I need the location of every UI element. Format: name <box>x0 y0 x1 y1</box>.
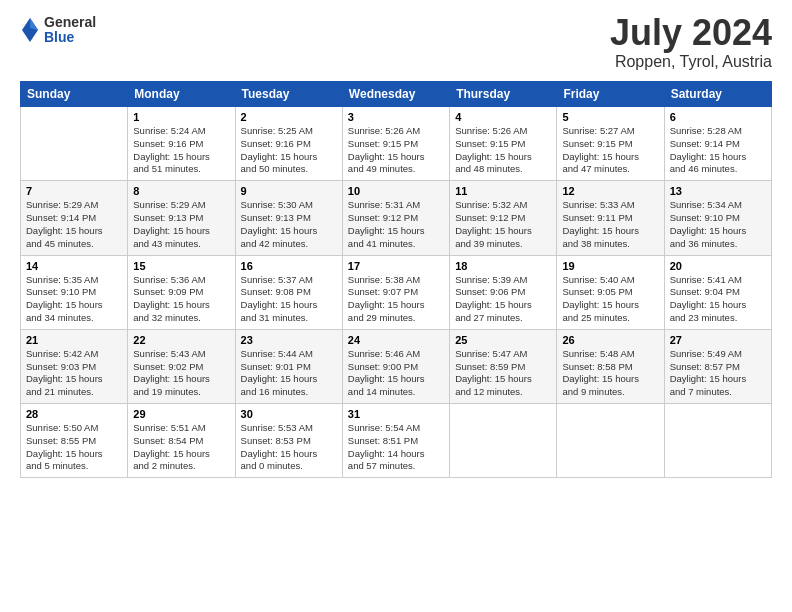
day-number: 4 <box>455 111 551 123</box>
day-number: 20 <box>670 260 766 272</box>
day-number: 21 <box>26 334 122 346</box>
svg-marker-1 <box>30 18 38 30</box>
logo-text: General Blue <box>44 15 96 46</box>
day-info: Sunrise: 5:25 AM Sunset: 9:16 PM Dayligh… <box>241 125 337 176</box>
day-number: 2 <box>241 111 337 123</box>
calendar-cell-w3-d7: 20Sunrise: 5:41 AM Sunset: 9:04 PM Dayli… <box>664 255 771 329</box>
day-number: 10 <box>348 185 444 197</box>
calendar-cell-w1-d6: 5Sunrise: 5:27 AM Sunset: 9:15 PM Daylig… <box>557 107 664 181</box>
calendar-title: July 2024 <box>610 15 772 51</box>
calendar-cell-w4-d6: 26Sunrise: 5:48 AM Sunset: 8:58 PM Dayli… <box>557 329 664 403</box>
calendar-cell-w5-d6 <box>557 404 664 478</box>
calendar-table: Sunday Monday Tuesday Wednesday Thursday… <box>20 81 772 478</box>
calendar-cell-w5-d5 <box>450 404 557 478</box>
calendar-cell-w1-d2: 1Sunrise: 5:24 AM Sunset: 9:16 PM Daylig… <box>128 107 235 181</box>
day-number: 15 <box>133 260 229 272</box>
calendar-cell-w3-d4: 17Sunrise: 5:38 AM Sunset: 9:07 PM Dayli… <box>342 255 449 329</box>
calendar-cell-w3-d3: 16Sunrise: 5:37 AM Sunset: 9:08 PM Dayli… <box>235 255 342 329</box>
day-info: Sunrise: 5:42 AM Sunset: 9:03 PM Dayligh… <box>26 348 122 399</box>
day-info: Sunrise: 5:40 AM Sunset: 9:05 PM Dayligh… <box>562 274 658 325</box>
calendar-cell-w4-d2: 22Sunrise: 5:43 AM Sunset: 9:02 PM Dayli… <box>128 329 235 403</box>
day-info: Sunrise: 5:36 AM Sunset: 9:09 PM Dayligh… <box>133 274 229 325</box>
day-number: 6 <box>670 111 766 123</box>
logo-general-text: General <box>44 15 96 30</box>
calendar-cell-w4-d7: 27Sunrise: 5:49 AM Sunset: 8:57 PM Dayli… <box>664 329 771 403</box>
day-info: Sunrise: 5:26 AM Sunset: 9:15 PM Dayligh… <box>348 125 444 176</box>
day-info: Sunrise: 5:50 AM Sunset: 8:55 PM Dayligh… <box>26 422 122 473</box>
day-number: 9 <box>241 185 337 197</box>
calendar-location: Roppen, Tyrol, Austria <box>610 53 772 71</box>
day-number: 11 <box>455 185 551 197</box>
calendar-cell-w5-d3: 30Sunrise: 5:53 AM Sunset: 8:53 PM Dayli… <box>235 404 342 478</box>
calendar-cell-w2-d2: 8Sunrise: 5:29 AM Sunset: 9:13 PM Daylig… <box>128 181 235 255</box>
day-info: Sunrise: 5:43 AM Sunset: 9:02 PM Dayligh… <box>133 348 229 399</box>
day-info: Sunrise: 5:46 AM Sunset: 9:00 PM Dayligh… <box>348 348 444 399</box>
day-info: Sunrise: 5:33 AM Sunset: 9:11 PM Dayligh… <box>562 199 658 250</box>
day-info: Sunrise: 5:34 AM Sunset: 9:10 PM Dayligh… <box>670 199 766 250</box>
day-info: Sunrise: 5:31 AM Sunset: 9:12 PM Dayligh… <box>348 199 444 250</box>
day-info: Sunrise: 5:26 AM Sunset: 9:15 PM Dayligh… <box>455 125 551 176</box>
day-number: 30 <box>241 408 337 420</box>
day-number: 1 <box>133 111 229 123</box>
calendar-cell-w3-d6: 19Sunrise: 5:40 AM Sunset: 9:05 PM Dayli… <box>557 255 664 329</box>
calendar-cell-w1-d3: 2Sunrise: 5:25 AM Sunset: 9:16 PM Daylig… <box>235 107 342 181</box>
day-number: 3 <box>348 111 444 123</box>
day-number: 29 <box>133 408 229 420</box>
calendar-cell-w3-d1: 14Sunrise: 5:35 AM Sunset: 9:10 PM Dayli… <box>21 255 128 329</box>
day-info: Sunrise: 5:53 AM Sunset: 8:53 PM Dayligh… <box>241 422 337 473</box>
col-sunday: Sunday <box>21 82 128 107</box>
day-number: 17 <box>348 260 444 272</box>
day-number: 22 <box>133 334 229 346</box>
day-number: 13 <box>670 185 766 197</box>
calendar-cell-w3-d5: 18Sunrise: 5:39 AM Sunset: 9:06 PM Dayli… <box>450 255 557 329</box>
calendar-week-1: 1Sunrise: 5:24 AM Sunset: 9:16 PM Daylig… <box>21 107 772 181</box>
col-wednesday: Wednesday <box>342 82 449 107</box>
day-info: Sunrise: 5:54 AM Sunset: 8:51 PM Dayligh… <box>348 422 444 473</box>
day-info: Sunrise: 5:27 AM Sunset: 9:15 PM Dayligh… <box>562 125 658 176</box>
calendar-cell-w1-d5: 4Sunrise: 5:26 AM Sunset: 9:15 PM Daylig… <box>450 107 557 181</box>
day-number: 23 <box>241 334 337 346</box>
day-info: Sunrise: 5:48 AM Sunset: 8:58 PM Dayligh… <box>562 348 658 399</box>
calendar-cell-w2-d7: 13Sunrise: 5:34 AM Sunset: 9:10 PM Dayli… <box>664 181 771 255</box>
calendar-cell-w2-d6: 12Sunrise: 5:33 AM Sunset: 9:11 PM Dayli… <box>557 181 664 255</box>
day-number: 28 <box>26 408 122 420</box>
calendar-cell-w5-d7 <box>664 404 771 478</box>
calendar-header-row: Sunday Monday Tuesday Wednesday Thursday… <box>21 82 772 107</box>
day-info: Sunrise: 5:35 AM Sunset: 9:10 PM Dayligh… <box>26 274 122 325</box>
day-number: 31 <box>348 408 444 420</box>
day-info: Sunrise: 5:39 AM Sunset: 9:06 PM Dayligh… <box>455 274 551 325</box>
calendar-cell-w4-d1: 21Sunrise: 5:42 AM Sunset: 9:03 PM Dayli… <box>21 329 128 403</box>
day-number: 16 <box>241 260 337 272</box>
day-number: 18 <box>455 260 551 272</box>
calendar-cell-w5-d1: 28Sunrise: 5:50 AM Sunset: 8:55 PM Dayli… <box>21 404 128 478</box>
calendar-cell-w2-d3: 9Sunrise: 5:30 AM Sunset: 9:13 PM Daylig… <box>235 181 342 255</box>
calendar-cell-w5-d2: 29Sunrise: 5:51 AM Sunset: 8:54 PM Dayli… <box>128 404 235 478</box>
day-info: Sunrise: 5:51 AM Sunset: 8:54 PM Dayligh… <box>133 422 229 473</box>
day-info: Sunrise: 5:47 AM Sunset: 8:59 PM Dayligh… <box>455 348 551 399</box>
calendar-cell-w3-d2: 15Sunrise: 5:36 AM Sunset: 9:09 PM Dayli… <box>128 255 235 329</box>
day-info: Sunrise: 5:30 AM Sunset: 9:13 PM Dayligh… <box>241 199 337 250</box>
calendar-week-3: 14Sunrise: 5:35 AM Sunset: 9:10 PM Dayli… <box>21 255 772 329</box>
day-info: Sunrise: 5:49 AM Sunset: 8:57 PM Dayligh… <box>670 348 766 399</box>
day-number: 5 <box>562 111 658 123</box>
day-number: 24 <box>348 334 444 346</box>
calendar-cell-w2-d1: 7Sunrise: 5:29 AM Sunset: 9:14 PM Daylig… <box>21 181 128 255</box>
day-info: Sunrise: 5:37 AM Sunset: 9:08 PM Dayligh… <box>241 274 337 325</box>
calendar-cell-w4-d4: 24Sunrise: 5:46 AM Sunset: 9:00 PM Dayli… <box>342 329 449 403</box>
day-info: Sunrise: 5:32 AM Sunset: 9:12 PM Dayligh… <box>455 199 551 250</box>
calendar-cell-w2-d5: 11Sunrise: 5:32 AM Sunset: 9:12 PM Dayli… <box>450 181 557 255</box>
calendar-cell-w1-d4: 3Sunrise: 5:26 AM Sunset: 9:15 PM Daylig… <box>342 107 449 181</box>
day-number: 12 <box>562 185 658 197</box>
day-info: Sunrise: 5:29 AM Sunset: 9:14 PM Dayligh… <box>26 199 122 250</box>
day-number: 19 <box>562 260 658 272</box>
logo: General Blue <box>20 15 96 46</box>
col-thursday: Thursday <box>450 82 557 107</box>
calendar-cell-w1-d1 <box>21 107 128 181</box>
day-number: 27 <box>670 334 766 346</box>
calendar-cell-w5-d4: 31Sunrise: 5:54 AM Sunset: 8:51 PM Dayli… <box>342 404 449 478</box>
day-info: Sunrise: 5:38 AM Sunset: 9:07 PM Dayligh… <box>348 274 444 325</box>
day-info: Sunrise: 5:29 AM Sunset: 9:13 PM Dayligh… <box>133 199 229 250</box>
calendar-cell-w1-d7: 6Sunrise: 5:28 AM Sunset: 9:14 PM Daylig… <box>664 107 771 181</box>
title-block: July 2024 Roppen, Tyrol, Austria <box>610 15 772 71</box>
logo-blue-text: Blue <box>44 30 96 45</box>
